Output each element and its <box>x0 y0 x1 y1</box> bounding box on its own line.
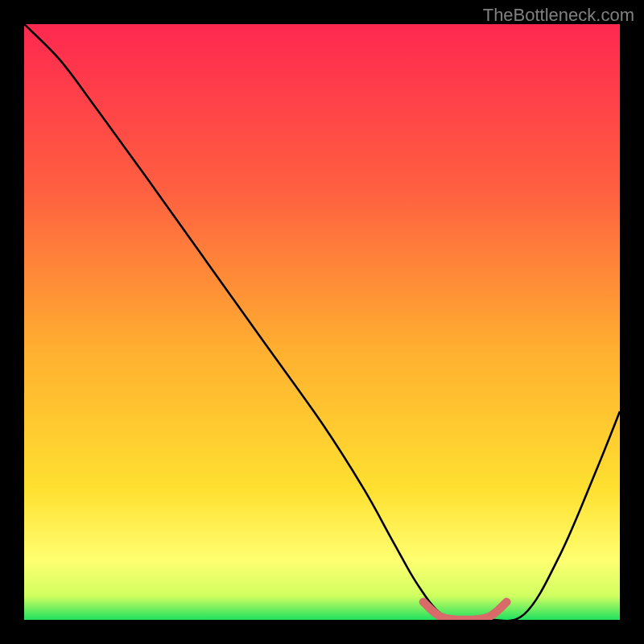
chart-svg <box>24 24 620 620</box>
optimal-range-marker <box>423 602 507 620</box>
watermark-text: TheBottleneck.com <box>483 5 634 26</box>
bottleneck-curve <box>24 24 620 620</box>
chart-container <box>24 24 620 620</box>
